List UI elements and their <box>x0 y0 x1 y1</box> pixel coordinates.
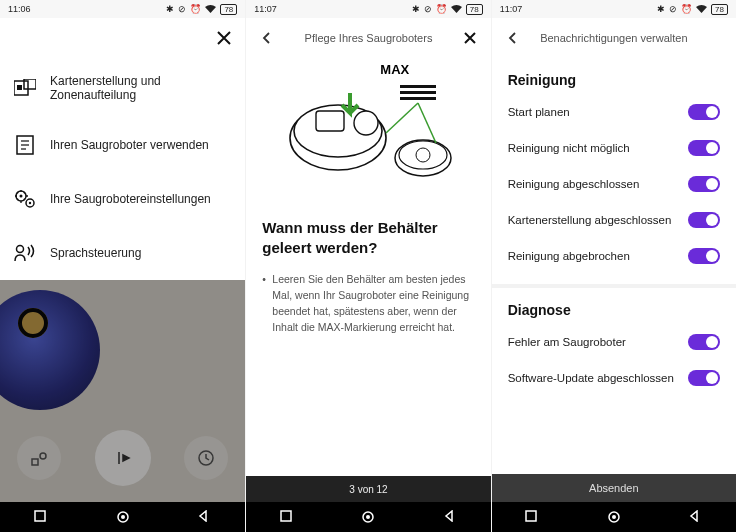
panel-care: 11:07 ✱ ⊘ ⏰ 78 Pflege Ihres Saugroboters <box>245 0 490 532</box>
section-cleaning: Reinigung <box>508 72 720 88</box>
menu-label: Kartenerstellung und Zonenaufteilung <box>50 74 231 102</box>
header: Pflege Ihres Saugroboters <box>246 18 490 58</box>
bluetooth-icon: ✱ <box>166 4 174 14</box>
nav-back-icon[interactable] <box>197 510 211 524</box>
back-icon[interactable] <box>258 29 276 47</box>
row-sw-update: Software-Update abgeschlossen <box>508 360 720 396</box>
row-label: Software-Update abgeschlossen <box>508 372 674 384</box>
nav-recent-icon[interactable] <box>34 510 48 524</box>
svg-point-10 <box>29 202 31 204</box>
android-nav <box>246 502 490 532</box>
bullet-text: Leeren Sie den Behälter am besten jedes … <box>262 271 474 336</box>
toggle[interactable] <box>688 334 720 350</box>
wifi-icon <box>205 5 216 13</box>
menu-list: Kartenerstellung und Zonenaufteilung Ihr… <box>0 58 245 280</box>
max-text: MAX <box>380 62 409 77</box>
nav-home-icon[interactable] <box>116 510 130 524</box>
menu-item-voice[interactable]: Sprachsteuerung <box>0 226 245 280</box>
battery-icon: 78 <box>711 4 728 15</box>
svg-point-17 <box>121 515 125 519</box>
nav-back-icon[interactable] <box>443 510 457 524</box>
wifi-icon <box>451 5 462 13</box>
separator <box>492 284 736 288</box>
status-time: 11:06 <box>8 4 31 14</box>
menu-label: Ihren Saugroboter verwenden <box>50 138 209 152</box>
pager-text: 3 von 12 <box>349 484 387 495</box>
status-bar: 11:07 ✱ ⊘ ⏰ 78 <box>246 0 490 18</box>
dnd-icon: ⊘ <box>178 4 186 14</box>
alarm-icon: ⏰ <box>190 4 201 14</box>
row-label: Kartenerstellung abgeschlossen <box>508 214 672 226</box>
svg-point-35 <box>612 515 616 519</box>
header: Benachrichtigungen verwalten <box>492 18 736 58</box>
menu-label: Ihre Saugrobotereinstellungen <box>50 192 211 206</box>
settings-scroll[interactable]: Reinigung Start planen Reinigung nicht m… <box>492 58 736 532</box>
toggle[interactable] <box>688 104 720 120</box>
submit-button[interactable]: Absenden <box>492 474 736 502</box>
status-bar: 11:07 ✱ ⊘ ⏰ 78 <box>492 0 736 18</box>
toggle[interactable] <box>688 140 720 156</box>
toggle[interactable] <box>688 176 720 192</box>
map-icon <box>14 77 36 99</box>
status-icons: ✱ ⊘ ⏰ 78 <box>657 4 728 15</box>
svg-rect-33 <box>526 511 536 521</box>
nav-home-icon[interactable] <box>361 510 375 524</box>
android-nav <box>492 502 736 532</box>
svg-rect-23 <box>316 111 344 131</box>
svg-rect-19 <box>400 91 436 94</box>
battery-icon: 78 <box>220 4 237 15</box>
row-label: Reinigung abgeschlossen <box>508 178 640 190</box>
svg-point-11 <box>17 246 24 253</box>
toggle[interactable] <box>688 370 720 386</box>
row-start-plan: Start planen <box>508 94 720 130</box>
section-diagnose: Diagnose <box>508 302 720 318</box>
back-icon[interactable] <box>504 29 522 47</box>
dnd-icon: ⊘ <box>669 4 677 14</box>
svg-rect-15 <box>35 511 45 521</box>
status-icons: ✱ ⊘ ⏰ 78 <box>166 4 237 15</box>
svg-line-29 <box>418 103 436 143</box>
bluetooth-icon: ✱ <box>657 4 665 14</box>
alarm-icon: ⏰ <box>681 4 692 14</box>
menu-item-use[interactable]: Ihren Saugroboter verwenden <box>0 118 245 172</box>
row-cancelled: Reinigung abgebrochen <box>508 238 720 274</box>
page-title: Pflege Ihres Saugroboters <box>276 32 460 44</box>
bluetooth-icon: ✱ <box>412 4 420 14</box>
toggle[interactable] <box>688 212 720 228</box>
row-complete: Reinigung abgeschlossen <box>508 166 720 202</box>
alarm-icon: ⏰ <box>436 4 447 14</box>
close-icon[interactable] <box>215 29 233 47</box>
heading: Wann muss der Behälter geleert werden? <box>262 218 474 259</box>
svg-point-8 <box>20 195 23 198</box>
nav-recent-icon[interactable] <box>280 510 294 524</box>
close-icon[interactable] <box>461 29 479 47</box>
submit-label: Absenden <box>589 482 639 494</box>
row-label: Reinigung nicht möglich <box>508 142 630 154</box>
row-label: Start planen <box>508 106 570 118</box>
toggle[interactable] <box>688 248 720 264</box>
document-icon <box>14 134 36 156</box>
pager: 3 von 12 <box>246 476 490 502</box>
dnd-icon: ⊘ <box>424 4 432 14</box>
nav-back-icon[interactable] <box>688 510 702 524</box>
gear-icon <box>14 188 36 210</box>
panel-menu: 11:06 ✱ ⊘ ⏰ 78 Kartenerstellun <box>0 0 245 532</box>
menu-item-mapping[interactable]: Kartenerstellung und Zonenaufteilung <box>0 58 245 118</box>
row-not-possible: Reinigung nicht möglich <box>508 130 720 166</box>
svg-rect-20 <box>400 97 436 100</box>
dimmed-backdrop <box>0 280 245 532</box>
row-error: Fehler am Saugroboter <box>508 324 720 360</box>
svg-rect-30 <box>281 511 291 521</box>
svg-rect-2 <box>17 85 22 90</box>
nav-recent-icon[interactable] <box>525 510 539 524</box>
menu-item-settings[interactable]: Ihre Saugrobotereinstellungen <box>0 172 245 226</box>
page-title: Benachrichtigungen verwalten <box>522 32 706 44</box>
status-time: 11:07 <box>500 4 523 14</box>
menu-label: Sprachsteuerung <box>50 246 141 260</box>
svg-point-32 <box>366 515 370 519</box>
header <box>0 18 245 58</box>
wifi-icon <box>696 5 707 13</box>
voice-icon <box>14 242 36 264</box>
nav-home-icon[interactable] <box>607 510 621 524</box>
row-label: Fehler am Saugroboter <box>508 336 626 348</box>
